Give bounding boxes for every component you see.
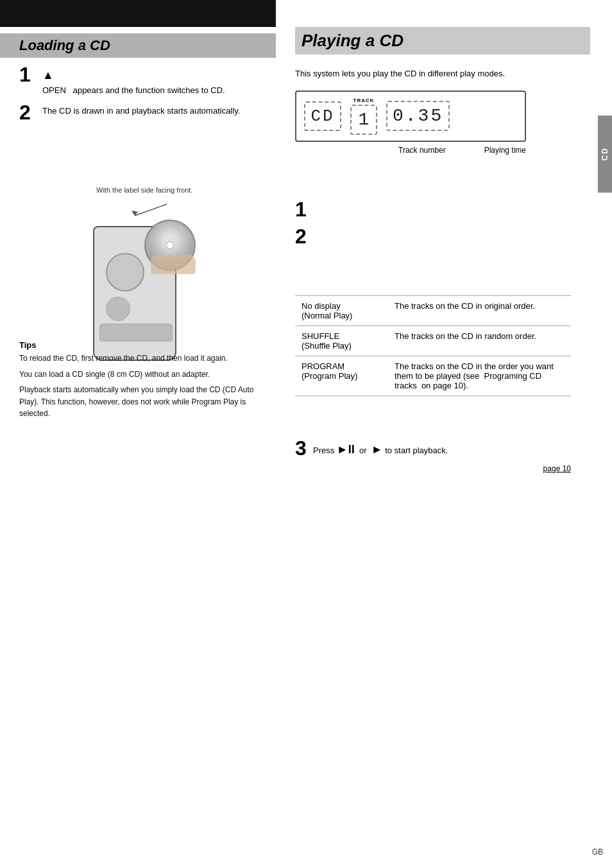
intro-text: This system lets you play the CD in diff… (295, 67, 584, 80)
step2-number: 2 (19, 102, 38, 123)
playing-time-label: Playing time (484, 146, 526, 155)
display-area: CD TRACK 1 0.35 Track number Playing tim… (295, 91, 584, 155)
side-tab: CD (598, 116, 612, 193)
right-step-2: 2 (295, 226, 571, 247)
tips-line-3: Playback starts automatically when you s… (19, 384, 257, 420)
right-step-3: 3 Press ►II or ► to start playback. page… (295, 437, 571, 475)
table-cell-desc-1: The tracks on the CD in original order. (388, 296, 571, 326)
right-step2-number: 2 (295, 226, 313, 247)
right-section-title: Playing a CD (302, 31, 584, 51)
diagram-label: With the label side facing front. (96, 186, 257, 194)
table-cell-mode-3: PROGRAM(Program Play) (295, 356, 388, 396)
right-section-header: Playing a CD (295, 27, 590, 55)
step1-number: 1 (19, 64, 38, 85)
side-tab-label: CD (600, 147, 609, 161)
play-modes-table: No display(Normal Play) The tracks on th… (295, 295, 571, 396)
left-section-header: Loading a CD (0, 33, 276, 58)
tips-title: Tips (19, 340, 257, 350)
table-cell-mode-2: SHUFFLE(Shuffle Play) (295, 326, 388, 356)
right-step3-content: Press ►II or ► to start playback. page 1… (313, 437, 571, 475)
left-content-area: 1 ▲ OPEN appears and the function switch… (19, 64, 257, 128)
step2-content: The CD is drawn in and playback starts a… (42, 102, 257, 117)
footer-label: GB (592, 847, 603, 856)
right-step3-number: 3 (295, 437, 313, 460)
table-cell-desc-3: The tracks on the CD in the order you wa… (388, 356, 571, 396)
step2-text: The CD is drawn in and playback starts a… (42, 106, 240, 116)
label-arrow (19, 198, 257, 217)
hand-illustration (151, 255, 196, 274)
device-control-1 (106, 253, 144, 291)
display-labels-row: Track number Playing time (295, 146, 526, 155)
page-link[interactable]: page 10 (543, 463, 571, 475)
tips-line-2: You can load a CD single (8 cm CD) witho… (19, 369, 257, 381)
track-number-label: Track number (398, 146, 446, 155)
table-cell-desc-2: The tracks on the CD in random order. (388, 326, 571, 356)
right-step1-content (313, 199, 571, 203)
step1-content: ▲ OPEN appears and the function switches… (42, 64, 257, 97)
track-label: TRACK (353, 98, 375, 103)
step1-text: OPEN appears and the function switches t… (42, 85, 225, 95)
svg-line-0 (135, 204, 167, 216)
right-step2-content (313, 226, 571, 230)
right-step-1: 1 (295, 199, 571, 220)
tips-section: Tips To reload the CD, first remove the … (19, 340, 257, 420)
left-section-title: Loading a CD (19, 37, 257, 54)
display-cd-segment: CD (304, 101, 341, 131)
table-cell-mode-1: No display(Normal Play) (295, 296, 388, 326)
device-slot (99, 324, 173, 342)
cd-disk-hole (166, 241, 174, 249)
left-step-2: 2 The CD is drawn in and playback starts… (19, 102, 257, 123)
display-track-number: 1 (350, 105, 377, 135)
tips-text: To reload the CD, first remove the CD, a… (19, 352, 257, 420)
right-step1-number: 1 (295, 199, 313, 220)
right-steps-1-2: 1 2 (295, 199, 571, 253)
open-icon: ▲ (42, 69, 54, 82)
display-track-area: TRACK 1 (350, 98, 377, 135)
top-banner (0, 0, 276, 27)
right-content-area: This system lets you play the CD in diff… (295, 67, 584, 157)
tips-line-1: To reload the CD, first remove the CD, a… (19, 352, 257, 365)
display-playing-time: 0.35 (386, 101, 450, 131)
table-row: SHUFFLE(Shuffle Play) The tracks on the … (295, 326, 571, 356)
play-pause-icon: ►II (337, 443, 355, 456)
left-step-1: 1 ▲ OPEN appears and the function switch… (19, 64, 257, 97)
device-control-2 (106, 297, 130, 321)
play-icon: ► (371, 443, 383, 456)
table-row: PROGRAM(Program Play) The tracks on the … (295, 356, 571, 396)
table-row: No display(Normal Play) The tracks on th… (295, 296, 571, 326)
display-box: CD TRACK 1 0.35 (295, 91, 526, 142)
